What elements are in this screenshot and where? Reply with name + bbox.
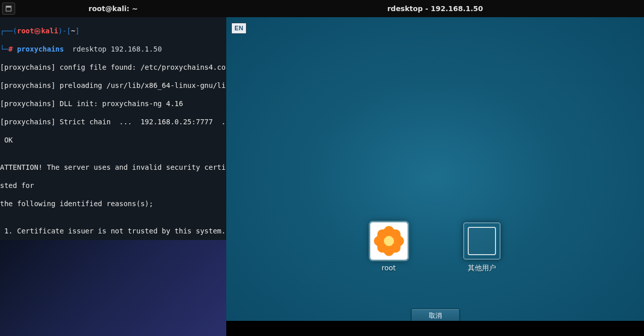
term-line: sted for: [0, 181, 226, 190]
prompt-line-2: └─# proxychains rdesktop 192.168.1.50: [0, 44, 226, 54]
term-line: [proxychains] DLL init: proxychains-ng 4…: [0, 99, 226, 108]
rdesktop-window: rdesktop - 192.168.1.50 EN root 其他用户: [226, 0, 644, 336]
avatar: [370, 222, 408, 260]
user-label: 其他用户: [468, 264, 496, 273]
empty-avatar-icon: [468, 227, 496, 255]
term-line: OK: [0, 135, 226, 145]
rdesktop-titlebar[interactable]: rdesktop - 192.168.1.50: [226, 0, 644, 17]
terminal-titlebar[interactable]: root@kali: ~: [0, 0, 226, 17]
term-line: [proxychains] preloading /usr/lib/x86_64…: [0, 81, 226, 90]
rdesktop-title: rdesktop - 192.168.1.50: [387, 5, 483, 13]
rdp-login-screen: EN root 其他用户 取消: [226, 17, 644, 336]
terminal-title: root@kali: ~: [0, 5, 226, 13]
avatar: [463, 222, 501, 260]
user-tile-other[interactable]: 其他用户: [463, 222, 501, 273]
flower-icon: [373, 225, 405, 257]
login-user-list: root 其他用户: [226, 222, 644, 273]
term-line: the following identified reasons(s);: [0, 199, 226, 208]
term-line: ATTENTION! The server uses and invalid s…: [0, 163, 226, 172]
term-line: [proxychains] config file found: /etc/pr…: [0, 63, 226, 72]
prompt-line-1: ┌──(root㉿kali)-[~]: [0, 26, 226, 35]
term-line: 1. Certificate issuer is not trusted by …: [0, 226, 226, 235]
user-tile-root[interactable]: root: [370, 222, 408, 273]
rdp-bottom-bar: [226, 321, 644, 336]
language-badge[interactable]: EN: [231, 23, 246, 34]
terminal-window: root@kali: ~ ┌──(root㉿kali)-[~] └─# prox…: [0, 0, 226, 240]
term-line: [proxychains] Strict chain ... 192.168.0…: [0, 117, 226, 126]
desktop-wallpaper: [0, 240, 226, 336]
user-label: root: [381, 264, 395, 272]
